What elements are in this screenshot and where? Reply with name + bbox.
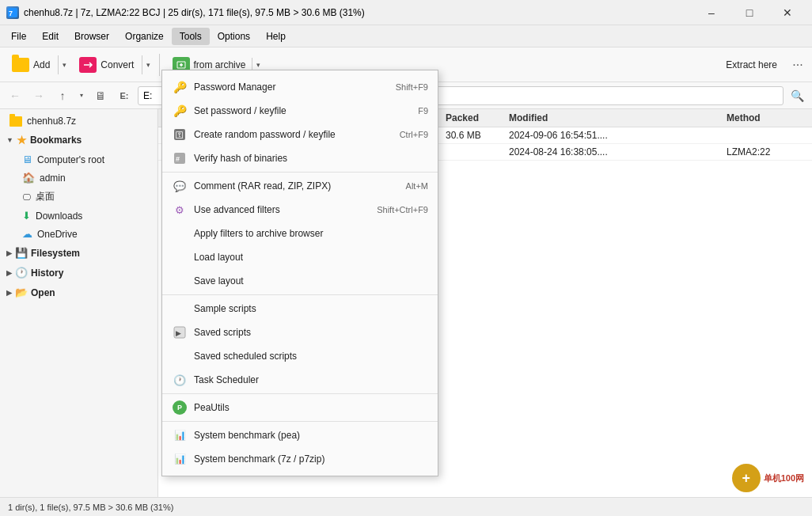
extract-from-label: from archive: [193, 59, 245, 70]
menu-set-password[interactable]: 🔑 Set password / keyfile F9: [162, 99, 438, 123]
menu-peautils[interactable]: P PeaUtils: [162, 396, 438, 419]
bookmarks-chevron: ▼: [6, 136, 13, 144]
row-packed-2: [446, 146, 509, 157]
close-button[interactable]: ✕: [769, 0, 806, 25]
sidebar-history-section[interactable]: ▶ 🕐 History: [0, 263, 157, 283]
svg-text:⚿: ⚿: [176, 131, 184, 139]
open-icon: 📂: [15, 286, 28, 298]
benchmark-7z-icon: 📊: [172, 451, 188, 467]
menu-benchmark-pea[interactable]: 📊 System benchmark (pea): [162, 423, 438, 447]
scheduler-icon: 🕐: [172, 372, 188, 388]
convert-icon: [78, 55, 97, 74]
sidebar-desktop[interactable]: 🖵 桌面: [0, 187, 157, 207]
comment-icon: 💬: [172, 178, 188, 194]
svg-text:7: 7: [9, 9, 13, 17]
menu-sample-scripts[interactable]: Sample scripts: [162, 297, 438, 321]
menu-saved-scheduled-scripts[interactable]: Saved scheduled scripts: [162, 344, 438, 368]
sidebar-admin[interactable]: 🏠 admin: [0, 169, 157, 187]
menu-apply-filters-label: Apply filters to archive browser: [194, 228, 428, 239]
pc-icon: 🖥: [22, 154, 32, 165]
add-icon: [11, 55, 30, 74]
menu-create-random-shortcut: Ctrl+F9: [400, 130, 428, 139]
menu-advanced-filters[interactable]: ⚙ Use advanced filters Shift+Ctrl+F9: [162, 198, 438, 222]
sidebar-onedrive-label: OneDrive: [37, 229, 78, 240]
more-button[interactable]: ···: [788, 55, 807, 74]
maximize-button[interactable]: □: [731, 0, 768, 25]
sidebar-desktop-label: 桌面: [36, 190, 55, 203]
app-icon: 7: [6, 6, 19, 19]
watermark-circle: +: [732, 464, 761, 492]
menu-browser[interactable]: Browser: [66, 28, 117, 45]
sidebar-archive-item[interactable]: chenhu8.7z: [0, 112, 157, 130]
add-dropdown[interactable]: ▾: [58, 55, 70, 74]
nav-back-button[interactable]: ←: [5, 85, 25, 106]
apply-filters-icon: [172, 226, 188, 241]
archive-folder-icon: [9, 116, 22, 127]
menu-task-scheduler-label: Task Scheduler: [194, 374, 428, 385]
menu-benchmark-7z[interactable]: 📊 System benchmark (7z / p7zip): [162, 447, 438, 471]
sidebar-onedrive[interactable]: ☁ OneDrive: [0, 225, 157, 243]
sidebar: chenhu8.7z ▼ ★ Bookmarks 🖥 Computer's ro…: [0, 109, 158, 497]
menu-save-layout[interactable]: Save layout: [162, 269, 438, 293]
nav-dropdown[interactable]: ▾: [76, 85, 87, 106]
nav-forward-button[interactable]: →: [28, 85, 49, 106]
menu-tools[interactable]: Tools: [172, 28, 210, 45]
sidebar-filesystem-section[interactable]: ▶ 💾 Filesystem: [0, 243, 157, 263]
key-gold-icon: 🔑: [172, 79, 188, 95]
row-method-2: LZMA2:22: [727, 146, 806, 157]
menu-password-manager[interactable]: 🔑 Password Manager Shift+F9: [162, 75, 438, 99]
nav-computer-button[interactable]: 🖥: [90, 85, 111, 106]
row-method-1: [727, 130, 806, 141]
menu-options[interactable]: Options: [210, 28, 258, 45]
menu-comment[interactable]: 💬 Comment (RAR read, ZIP, ZIPX) Alt+M: [162, 174, 438, 198]
menu-load-layout-label: Load layout: [194, 252, 428, 263]
menu-create-random-password[interactable]: ⚿ Create random password / keyfile Ctrl+…: [162, 123, 438, 146]
nav-e-button[interactable]: E:: [114, 85, 135, 106]
menubar: File Edit Browser Organize Tools Options…: [0, 25, 812, 47]
menu-section-password: 🔑 Password Manager Shift+F9 🔑 Set passwo…: [162, 74, 438, 173]
col-method: Method: [727, 112, 806, 123]
menu-task-scheduler[interactable]: 🕐 Task Scheduler: [162, 368, 438, 392]
row-packed-1: 30.6 MB: [446, 130, 509, 141]
row-modified-1: 2024-09-06 16:54:51....: [509, 130, 727, 141]
menu-edit[interactable]: Edit: [34, 28, 66, 45]
menu-comment-label: Comment (RAR read, ZIP, ZIPX): [194, 180, 406, 192]
sidebar-bookmarks-section[interactable]: ▼ ★ Bookmarks: [0, 130, 157, 150]
menu-create-random-label: Create random password / keyfile: [194, 129, 400, 140]
sidebar-archive-label: chenhu8.7z: [27, 116, 76, 127]
convert-button[interactable]: Convert: [72, 52, 140, 78]
address-text: E:: [143, 90, 152, 101]
sidebar-computerroot[interactable]: 🖥 Computer's root: [0, 150, 157, 169]
menu-save-layout-label: Save layout: [194, 275, 428, 286]
menu-load-layout[interactable]: Load layout: [162, 245, 438, 269]
row-modified-2: 2024-08-24 16:38:05....: [509, 146, 727, 157]
add-button[interactable]: Add: [5, 52, 56, 78]
extract-here-label: Extract here: [726, 59, 777, 70]
open-chevron: ▶: [6, 289, 12, 297]
save-layout-icon: [172, 273, 188, 289]
menu-help[interactable]: Help: [258, 28, 294, 45]
add-label: Add: [33, 59, 50, 70]
sidebar-downloads[interactable]: ⬇ Downloads: [0, 207, 157, 225]
menu-set-password-label: Set password / keyfile: [194, 105, 418, 116]
extract-here-button[interactable]: Extract here: [716, 56, 787, 74]
statusbar-text: 1 dir(s), 1 file(s), 97.5 MB > 30.6 MB (…: [8, 503, 173, 512]
menu-saved-scripts[interactable]: ▶ Saved scripts: [162, 321, 438, 344]
convert-dropdown[interactable]: ▾: [142, 55, 154, 74]
menu-advanced-filters-label: Use advanced filters: [194, 204, 377, 215]
menu-file[interactable]: File: [3, 28, 34, 45]
menu-sample-scripts-label: Sample scripts: [194, 303, 428, 314]
menu-apply-filters[interactable]: Apply filters to archive browser: [162, 222, 438, 245]
nav-up-button[interactable]: ↑: [52, 85, 73, 106]
window-controls: – □ ✕: [693, 0, 806, 25]
minimize-button[interactable]: –: [693, 0, 730, 25]
bookmarks-label: Bookmarks: [30, 135, 82, 146]
menu-verify-hash[interactable]: # Verify hash of binaries: [162, 146, 438, 170]
sidebar-open-section[interactable]: ▶ 📂 Open: [0, 283, 157, 302]
key-silver-icon: 🔑: [172, 103, 188, 119]
menu-verify-hash-label: Verify hash of binaries: [194, 153, 428, 164]
sidebar-admin-label: admin: [40, 173, 66, 184]
open-label: Open: [31, 287, 55, 298]
menu-organize[interactable]: Organize: [117, 28, 172, 45]
search-button[interactable]: 🔍: [787, 85, 807, 106]
